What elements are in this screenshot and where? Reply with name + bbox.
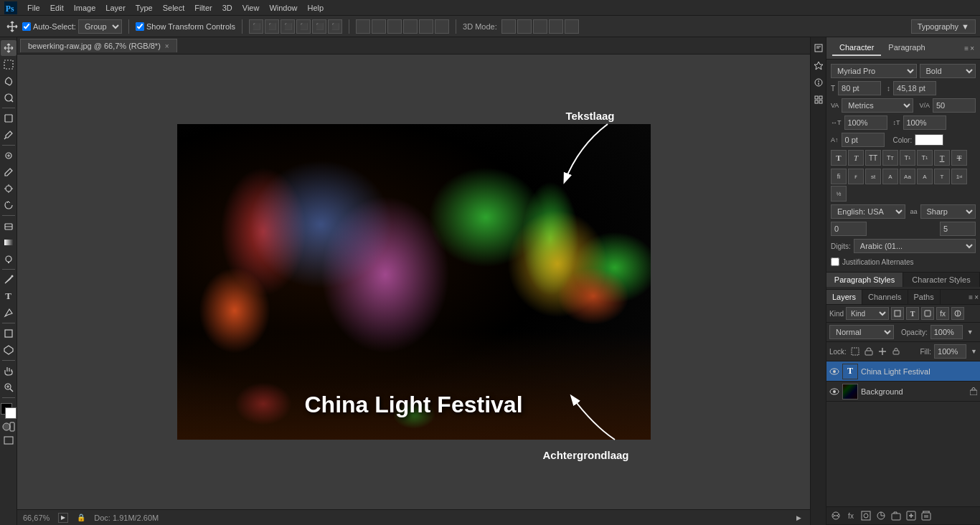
blend-mode-select[interactable]: Normal Multiply Screen: [829, 325, 894, 339]
3d-btn-4[interactable]: [549, 19, 563, 34]
opentype-input-2[interactable]: [940, 222, 976, 236]
superscript-btn[interactable]: T1: [900, 150, 915, 166]
horizontal-scale-input[interactable]: [844, 115, 887, 130]
layer-vis-bg[interactable]: [829, 387, 839, 397]
faux-bold-btn[interactable]: T: [831, 150, 847, 166]
layers-tab-layers[interactable]: Layers: [826, 290, 862, 304]
distribute-5-btn[interactable]: [419, 19, 433, 34]
menu-view[interactable]: View: [238, 2, 264, 14]
layer-filter-effect-btn[interactable]: fx: [936, 307, 949, 320]
opacity-arrow[interactable]: ▼: [967, 328, 974, 336]
fill-arrow[interactable]: ▼: [971, 348, 977, 355]
faux-italic-btn[interactable]: T: [848, 150, 864, 166]
align-bottom-btn[interactable]: ⬛: [328, 19, 342, 34]
kerning-input[interactable]: [933, 98, 976, 113]
layer-filter-shape-btn[interactable]: [921, 307, 934, 320]
quick-select-tool[interactable]: [1, 90, 17, 105]
move-tool[interactable]: [1, 40, 17, 56]
swash-btn[interactable]: Aa: [900, 169, 915, 184]
layers-panel-menu-btn[interactable]: ≡: [969, 293, 973, 301]
crop-tool[interactable]: [1, 110, 17, 126]
auto-select-checkbox[interactable]: [22, 22, 31, 31]
layer-row-text[interactable]: T China Light Festival: [826, 361, 980, 382]
all-caps-btn[interactable]: TT: [865, 150, 881, 166]
distribute-6-btn[interactable]: [435, 19, 449, 34]
new-layer-btn[interactable]: [905, 509, 918, 522]
fill-input[interactable]: [934, 344, 966, 359]
eyedropper-tool[interactable]: [1, 127, 17, 143]
panel-icon-3[interactable]: [811, 75, 826, 90]
strikethrough-btn[interactable]: T: [951, 150, 967, 166]
standard-ligatures-btn[interactable]: ꜰ: [848, 169, 864, 184]
select-tool[interactable]: [1, 57, 17, 72]
lock-all-btn[interactable]: [890, 346, 902, 357]
delete-layer-btn[interactable]: [920, 509, 933, 522]
digits-select[interactable]: Arabic (01...: [854, 239, 976, 253]
zoom-tool[interactable]: [1, 379, 17, 395]
fraction-btn[interactable]: ½: [831, 186, 847, 202]
layer-group-btn[interactable]: [890, 509, 903, 522]
panel-close-btn[interactable]: ×: [970, 44, 974, 52]
hand-tool[interactable]: [1, 363, 17, 379]
discretionary-btn[interactable]: A: [882, 169, 898, 184]
color-picker[interactable]: [1, 403, 17, 419]
menu-filter[interactable]: Filter: [190, 2, 216, 14]
paragraph-tab[interactable]: Paragraph: [881, 40, 932, 56]
language-select[interactable]: English: USA: [831, 204, 905, 219]
panel-menu-btn[interactable]: ≡: [964, 44, 969, 52]
clone-stamp-tool[interactable]: [1, 181, 17, 197]
menu-3d[interactable]: 3D: [218, 2, 237, 14]
lock-image-btn[interactable]: [863, 346, 875, 357]
workspace-dropdown[interactable]: Typography ▼: [911, 19, 976, 34]
paragraph-styles-tab[interactable]: Paragraph Styles: [826, 273, 903, 287]
shape-tool[interactable]: [1, 326, 17, 341]
3d-btn-5[interactable]: [565, 19, 579, 34]
layers-tab-paths[interactable]: Paths: [908, 290, 941, 304]
status-expand-btn[interactable]: ▶: [793, 512, 804, 524]
3d-btn-1[interactable]: [501, 19, 516, 34]
character-styles-tab[interactable]: Character Styles: [903, 273, 980, 287]
panel-icon-2[interactable]: [811, 57, 826, 73]
align-left-btn[interactable]: ⬛: [249, 19, 263, 34]
layer-row-background[interactable]: Background: [826, 382, 980, 402]
history-brush-tool[interactable]: [1, 197, 17, 213]
3d-tool[interactable]: [1, 342, 17, 358]
distribute-h-btn[interactable]: [356, 19, 370, 34]
layer-adjustment-btn[interactable]: [875, 509, 887, 522]
menu-select[interactable]: Select: [159, 2, 189, 14]
font-style-select[interactable]: Bold: [920, 64, 976, 78]
tab-close-btn[interactable]: ×: [165, 42, 169, 50]
align-center-h-btn[interactable]: ⬛: [265, 19, 279, 34]
show-transform-checkbox[interactable]: [136, 22, 144, 31]
vertical-scale-input[interactable]: [903, 115, 946, 130]
opentype-input-1[interactable]: [831, 222, 867, 236]
pen-tool[interactable]: [1, 272, 17, 288]
layer-filter-pixel-btn[interactable]: [891, 307, 904, 320]
ligatures-btn[interactable]: fi: [831, 169, 847, 184]
character-tab[interactable]: Character: [832, 40, 881, 56]
gradient-tool[interactable]: [1, 235, 17, 250]
menu-layer[interactable]: Layer: [101, 2, 130, 14]
auto-select-type[interactable]: Group Layer: [78, 19, 122, 34]
layer-link-btn[interactable]: [829, 509, 842, 522]
path-select-tool[interactable]: [1, 305, 17, 321]
layer-filter-type-btn[interactable]: T: [906, 307, 919, 320]
panel-icon-1[interactable]: [811, 40, 826, 56]
3d-btn-2[interactable]: [517, 19, 532, 34]
layer-filter-select[interactable]: Kind: [846, 307, 889, 320]
justif-alternates-checkbox[interactable]: [831, 257, 839, 266]
opacity-input[interactable]: [930, 325, 963, 339]
menu-image[interactable]: Image: [70, 2, 100, 14]
screen-mode-btn[interactable]: [1, 435, 17, 446]
menu-window[interactable]: Window: [265, 2, 301, 14]
align-top-btn[interactable]: ⬛: [296, 19, 311, 34]
lasso-tool[interactable]: [1, 73, 17, 89]
align-right-btn[interactable]: ⬛: [281, 19, 295, 34]
lock-position-btn[interactable]: [877, 346, 888, 357]
titling-btn[interactable]: A: [917, 169, 933, 184]
menu-help[interactable]: Help: [303, 2, 329, 14]
subscript-btn[interactable]: T1: [917, 150, 933, 166]
document-tab[interactable]: bewerking-raw.jpg @ 66,7% (RGB/8*) ×: [20, 39, 177, 52]
move-tool-icon[interactable]: [4, 19, 20, 34]
font-size-input[interactable]: [838, 81, 881, 95]
